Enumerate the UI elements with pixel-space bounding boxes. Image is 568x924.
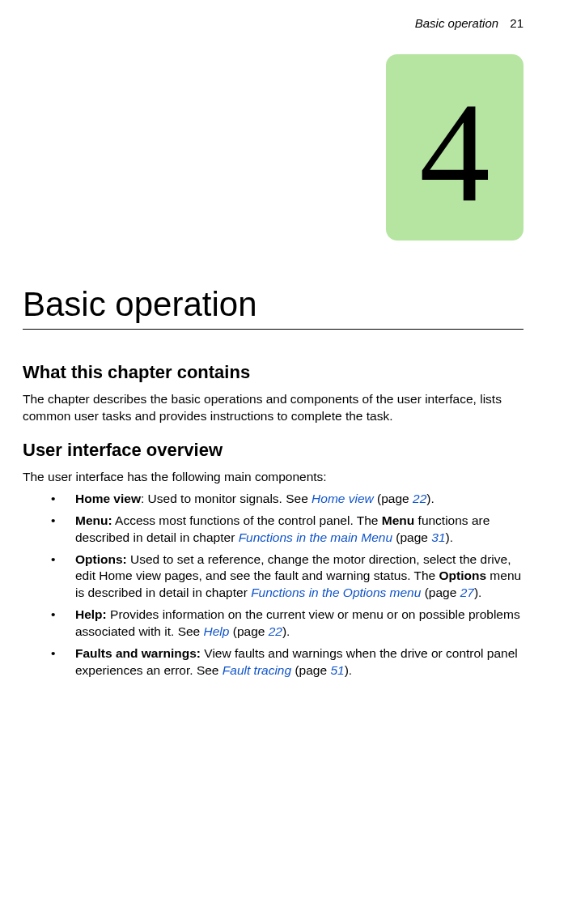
cross-reference-link[interactable]: Home view [312, 492, 374, 505]
document-page: Basic operation 21 4 Basic operation Wha… [0, 0, 568, 924]
item-label: Menu: [75, 513, 112, 527]
list-item: Menu: Access most functions of the contr… [51, 513, 523, 547]
chapter-title: Basic operation [23, 285, 523, 324]
item-body: Access most functions of the control pan… [115, 513, 382, 527]
list-item: Faults and warnings: View faults and war… [51, 645, 523, 679]
running-header: Basic operation 21 [23, 16, 523, 30]
list-item: Help: Provides information on the curren… [51, 607, 523, 641]
chapter-number-badge: 4 [386, 54, 523, 241]
cross-reference-link[interactable]: Fault tracing [223, 663, 291, 677]
item-label: Home view [75, 492, 141, 505]
page-reference-link[interactable]: 27 [460, 585, 474, 599]
cross-reference-link[interactable]: Functions in the Options menu [251, 585, 421, 599]
section-intro: The user interface has the following mai… [23, 469, 523, 486]
page-reference-link[interactable]: 31 [431, 530, 445, 544]
item-label: Faults and warnings: [75, 646, 201, 660]
chapter-number: 4 [419, 82, 490, 224]
item-label: Options: [75, 552, 127, 566]
cross-reference-link[interactable]: Help [204, 624, 230, 638]
page-number: 21 [510, 16, 523, 30]
item-body: Used to monitor signals. See [148, 492, 312, 505]
section-heading: User interface overview [23, 440, 523, 461]
inline-bold: Options [439, 568, 487, 582]
cross-reference-link[interactable]: Functions in the main Menu [239, 530, 392, 544]
list-item: Options: Used to set a reference, change… [51, 551, 523, 603]
running-title: Basic operation [415, 16, 498, 30]
item-label: Help: [75, 607, 107, 621]
list-item: Home view: Used to monitor signals. See … [51, 491, 523, 508]
page-reference-link[interactable]: 22 [269, 624, 282, 638]
page-reference-link[interactable]: 22 [413, 492, 426, 505]
inline-bold: Menu [382, 513, 414, 527]
section-paragraph: The chapter describes the basic operatio… [23, 391, 523, 425]
title-divider [23, 329, 523, 330]
item-body: Provides information on the current view… [75, 607, 520, 638]
section-heading: What this chapter contains [23, 362, 523, 383]
page-reference-link[interactable]: 51 [330, 663, 344, 677]
feature-list: Home view: Used to monitor signals. See … [51, 491, 523, 679]
